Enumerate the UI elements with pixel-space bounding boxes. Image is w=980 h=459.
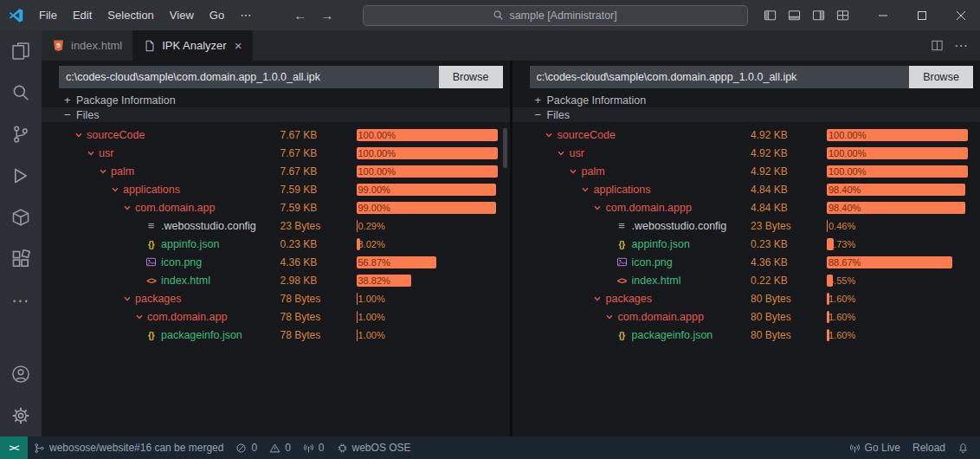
config-lines-icon: ≡: [616, 219, 628, 232]
menu-file[interactable]: File: [31, 5, 65, 26]
forward-arrow-icon[interactable]: →: [320, 8, 333, 23]
status-go-live[interactable]: Go Live: [843, 436, 906, 459]
tree-row[interactable]: palm7.67 KB100.00%: [42, 162, 510, 180]
tree-row[interactable]: com.domain.app7.59 KB99.00%: [42, 198, 510, 217]
split-editor-button[interactable]: [931, 39, 944, 52]
menu-more[interactable]: ⋯: [232, 5, 259, 26]
usage-bar: 0.46%: [827, 220, 968, 232]
status-branch-status[interactable]: webosose/website#16 can be merged: [28, 436, 229, 459]
tree-row[interactable]: {}appinfo.json0.23 KB3.02%: [42, 235, 510, 253]
file-label: applications: [123, 184, 180, 196]
tree-row[interactable]: sourceCode7.67 KB100.00%: [42, 126, 510, 144]
more-button[interactable]: ⋯: [954, 39, 968, 53]
layout-sidebar-right-icon[interactable]: [809, 9, 827, 22]
tree-row[interactable]: icon.png4.36 KB56.87%: [42, 253, 510, 271]
close-icon[interactable]: ×: [235, 38, 242, 53]
layout-panel-icon[interactable]: [785, 9, 803, 22]
menu-edit[interactable]: Edit: [65, 5, 100, 26]
chevron-down-icon: [592, 204, 603, 212]
status-ports[interactable]: 0: [297, 436, 331, 459]
section-package-information[interactable]: +Package Information: [513, 93, 980, 107]
ipk-path-input[interactable]: [59, 66, 439, 88]
scrollbar-thumb[interactable]: [503, 128, 507, 168]
layout-grid-icon[interactable]: [834, 9, 851, 22]
tree-row[interactable]: com.domain.app78 Bytes1.00%: [42, 307, 510, 326]
file-size: 4.36 KB: [751, 256, 827, 268]
tree-row[interactable]: packages78 Bytes1.00%: [42, 289, 510, 307]
tree-row[interactable]: {}packageinfo.json78 Bytes1.00%: [42, 326, 510, 344]
ipk-path-input[interactable]: [530, 66, 910, 88]
usage-fill: [827, 220, 828, 232]
section-package-information[interactable]: +Package Information: [42, 93, 510, 107]
remote-indicator[interactable]: ><: [0, 436, 28, 459]
usage-bar: 100.00%: [827, 165, 968, 178]
tree-row[interactable]: applications4.84 KB98.40%: [513, 180, 980, 198]
chevron-down-icon: [544, 131, 555, 139]
account-icon: [11, 365, 30, 384]
status-notifications[interactable]: [951, 436, 975, 459]
tree-row[interactable]: com.domain.appp80 Bytes1.60%: [513, 307, 980, 326]
expand-icon: +: [535, 94, 547, 107]
tree-row[interactable]: palm4.92 KB100.00%: [513, 162, 980, 180]
file-icon: [144, 40, 156, 52]
path-row: Browse: [530, 66, 974, 88]
tree-row[interactable]: usr7.67 KB100.00%: [42, 144, 510, 162]
status-errors[interactable]: 0: [229, 436, 263, 459]
tree-row[interactable]: <>index.html2.98 KB38.82%: [42, 271, 510, 289]
file-name: applications: [513, 184, 751, 196]
usage-bar: 98.40%: [827, 202, 968, 214]
status-right: Go LiveReload: [843, 436, 980, 459]
layout-sidebar-left-icon[interactable]: [761, 9, 778, 22]
browse-button[interactable]: Browse: [909, 66, 973, 88]
activity-more-views[interactable]: ⋯: [0, 280, 42, 321]
tree-row[interactable]: sourceCode4.92 KB100.00%: [513, 126, 980, 144]
activity-search[interactable]: [0, 72, 42, 113]
status-warnings[interactable]: 0: [263, 436, 297, 459]
tree-row[interactable]: icon.png4.36 KB88.67%: [513, 253, 980, 271]
history-nav: ← →: [293, 8, 333, 23]
tree-row[interactable]: applications7.59 KB99.00%: [42, 180, 510, 198]
status-webos-ose[interactable]: webOS OSE: [331, 436, 417, 459]
status-reload[interactable]: Reload: [906, 436, 951, 459]
minimize-button[interactable]: [863, 0, 902, 30]
activity-webos-studio[interactable]: [0, 197, 42, 238]
close-button[interactable]: [941, 0, 980, 30]
activity-accounts[interactable]: [0, 353, 42, 395]
menu-go[interactable]: Go: [202, 5, 232, 26]
usage-label: 0.46%: [828, 220, 855, 232]
command-center-search[interactable]: sample [Administrator]: [363, 5, 748, 26]
activity-extensions[interactable]: [0, 238, 42, 280]
ellipsis-icon: ⋯: [12, 292, 30, 309]
tree-row[interactable]: com.domain.appp4.84 KB98.40%: [513, 198, 980, 217]
activity-source-control[interactable]: [0, 113, 42, 155]
file-size: 4.92 KB: [751, 165, 827, 178]
menu-selection[interactable]: Selection: [100, 5, 161, 26]
file-size: 2.98 KB: [280, 275, 357, 287]
browse-button[interactable]: Browse: [439, 66, 503, 88]
tree-row[interactable]: usr4.92 KB100.00%: [513, 144, 980, 162]
tree-row[interactable]: packages80 Bytes1.60%: [513, 289, 980, 307]
tree-row[interactable]: ≡.webosstudio.config23 Bytes0.29%: [42, 217, 510, 235]
activity-explorer[interactable]: [0, 30, 42, 72]
tree-row[interactable]: {}appinfo.json0.23 KB4.73%: [513, 235, 980, 253]
activity-run-debug[interactable]: [0, 155, 42, 197]
section-label: Files: [547, 109, 570, 121]
activity-settings[interactable]: [0, 395, 42, 436]
tree-row[interactable]: ≡.webosstudio.config23 Bytes0.46%: [513, 217, 980, 235]
file-name: {}packageinfo.json: [42, 329, 280, 341]
sections: +Package Information−Files: [42, 93, 510, 122]
tab-index-html[interactable]: 5index.html: [42, 30, 133, 61]
section-files[interactable]: −Files: [42, 107, 510, 122]
tree-row[interactable]: <>index.html0.22 KB4.55%: [513, 271, 980, 289]
usage-fill: [827, 329, 829, 341]
file-size: 4.92 KB: [751, 129, 827, 141]
menu-view[interactable]: View: [162, 5, 202, 26]
section-files[interactable]: −Files: [513, 107, 980, 122]
back-arrow-icon[interactable]: ←: [293, 8, 306, 23]
maximize-button[interactable]: [902, 0, 941, 30]
tree-row[interactable]: {}packageinfo.json80 Bytes1.60%: [513, 326, 980, 344]
usage-bar: 1.60%: [827, 329, 968, 341]
tab-ipk-analyzer[interactable]: IPK Analyzer×: [133, 30, 253, 61]
file-name: palm: [513, 165, 751, 178]
usage-fill: [827, 311, 829, 323]
